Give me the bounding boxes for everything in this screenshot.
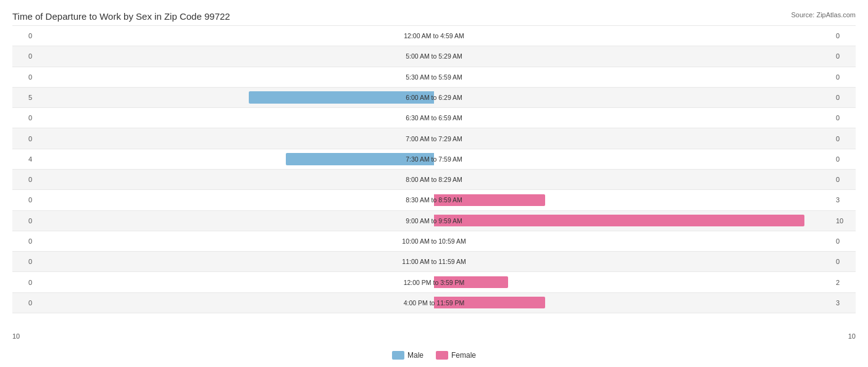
row-label: 6:00 AM to 6:29 AM <box>372 94 496 101</box>
row-label: 4:00 PM to 11:59 PM <box>372 299 496 307</box>
legend-female: Female <box>436 351 476 360</box>
female-value: 0 <box>833 258 856 265</box>
row-label: 7:30 AM to 7:59 AM <box>372 155 496 163</box>
legend-male: Male <box>392 351 424 360</box>
male-value: 0 <box>12 52 35 60</box>
table-row: 0 12:00 AM to 4:59 AM 0 <box>12 25 856 46</box>
bars-section: 8:30 AM to 8:59 AM <box>35 190 833 210</box>
row-label: 10:00 AM to 10:59 AM <box>372 237 496 245</box>
male-value: 0 <box>12 217 35 225</box>
table-row: 0 8:00 AM to 8:29 AM 0 <box>12 169 856 189</box>
female-value: 0 <box>833 135 856 142</box>
bars-section: 7:30 AM to 7:59 AM <box>35 149 833 169</box>
male-value: 0 <box>12 196 35 204</box>
male-value: 0 <box>12 176 35 183</box>
male-value: 0 <box>12 135 35 142</box>
table-row: 0 5:30 AM to 5:59 AM 0 <box>12 67 856 87</box>
source-text: Source: ZipAtlas.com <box>791 11 856 19</box>
bars-section: 6:00 AM to 6:29 AM <box>35 88 833 107</box>
female-value: 0 <box>833 176 856 183</box>
female-value: 0 <box>833 52 856 60</box>
female-value: 10 <box>833 217 856 225</box>
row-label: 12:00 AM to 4:59 AM <box>372 32 496 39</box>
axis-left-label: 10 <box>12 332 20 340</box>
table-row: 0 7:00 AM to 7:29 AM 0 <box>12 128 856 148</box>
table-row: 5 6:00 AM to 6:29 AM 0 <box>12 87 856 107</box>
table-row: 0 5:00 AM to 5:29 AM 0 <box>12 46 856 66</box>
male-value: 0 <box>12 114 35 122</box>
row-label: 5:30 AM to 5:59 AM <box>372 73 496 81</box>
female-value: 0 <box>833 32 856 39</box>
axis-right-label: 10 <box>848 332 856 340</box>
bars-section: 4:00 PM to 11:59 PM <box>35 293 833 313</box>
bars-section: 12:00 PM to 3:59 PM <box>35 272 833 292</box>
male-value: 4 <box>12 155 35 163</box>
male-value: 0 <box>12 73 35 81</box>
female-label: Female <box>451 351 476 360</box>
table-row: 0 6:30 AM to 6:59 AM 0 <box>12 107 856 128</box>
bars-section: 12:00 AM to 4:59 AM <box>35 26 833 46</box>
bars-section: 8:00 AM to 8:29 AM <box>35 170 833 189</box>
female-value: 0 <box>833 155 856 163</box>
female-value: 3 <box>833 299 856 307</box>
chart-area: 0 12:00 AM to 4:59 AM 0 0 5:00 AM to 5:2… <box>12 25 856 313</box>
male-swatch <box>392 351 404 360</box>
chart-container: Time of Departure to Work by Sex in Zip … <box>0 0 868 367</box>
table-row: 0 9:00 AM to 9:59 AM 10 <box>12 210 856 231</box>
female-value: 0 <box>833 73 856 81</box>
row-label: 11:00 AM to 11:59 AM <box>372 258 496 265</box>
row-label: 8:30 AM to 8:59 AM <box>372 196 496 204</box>
bars-section: 5:30 AM to 5:59 AM <box>35 67 833 87</box>
male-value: 5 <box>12 94 35 101</box>
bars-section: 6:30 AM to 6:59 AM <box>35 108 833 128</box>
female-swatch <box>436 351 448 360</box>
female-value: 0 <box>833 94 856 101</box>
row-label: 12:00 PM to 3:59 PM <box>372 279 496 286</box>
bars-section: 9:00 AM to 9:59 AM <box>35 211 833 231</box>
female-value: 2 <box>833 279 856 286</box>
row-label: 5:00 AM to 5:29 AM <box>372 52 496 60</box>
female-value: 0 <box>833 237 856 245</box>
male-value: 0 <box>12 258 35 265</box>
bars-section: 5:00 AM to 5:29 AM <box>35 46 833 66</box>
bars-section: 7:00 AM to 7:29 AM <box>35 128 833 148</box>
male-value: 0 <box>12 32 35 39</box>
row-label: 7:00 AM to 7:29 AM <box>372 135 496 142</box>
table-row: 4 7:30 AM to 7:59 AM 0 <box>12 149 856 169</box>
table-row: 0 10:00 AM to 10:59 AM 0 <box>12 231 856 251</box>
female-value: 0 <box>833 114 856 122</box>
row-label: 6:30 AM to 6:59 AM <box>372 114 496 122</box>
male-label: Male <box>407 351 424 360</box>
male-value: 0 <box>12 279 35 286</box>
table-row: 0 12:00 PM to 3:59 PM 2 <box>12 271 856 292</box>
male-value: 0 <box>12 299 35 307</box>
chart-legend: Male Female <box>392 351 476 360</box>
table-row: 0 4:00 PM to 11:59 PM 3 <box>12 292 856 313</box>
male-value: 0 <box>12 237 35 245</box>
table-row: 0 8:30 AM to 8:59 AM 3 <box>12 189 856 210</box>
bars-section: 10:00 AM to 10:59 AM <box>35 231 833 251</box>
row-label: 8:00 AM to 8:29 AM <box>372 176 496 183</box>
bars-section: 11:00 AM to 11:59 AM <box>35 252 833 271</box>
female-value: 3 <box>833 196 856 204</box>
table-row: 0 11:00 AM to 11:59 AM 0 <box>12 251 856 271</box>
chart-title: Time of Departure to Work by Sex in Zip … <box>12 11 856 22</box>
row-label: 9:00 AM to 9:59 AM <box>372 217 496 225</box>
